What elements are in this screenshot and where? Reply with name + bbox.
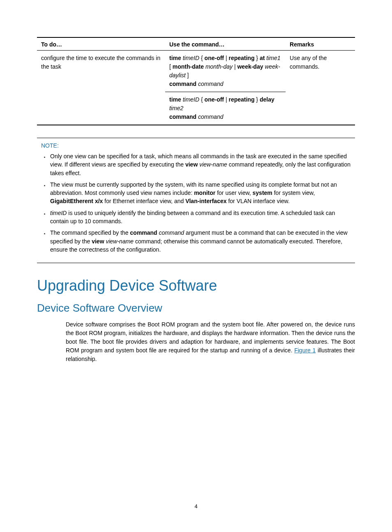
- todo-cell: configure the time to execute the comman…: [37, 51, 165, 125]
- remarks-cell: Use any of the commands.: [286, 51, 355, 125]
- note-item: The view must be currently supported by …: [49, 180, 355, 206]
- heading-upgrading: Upgrading Device Software: [37, 277, 355, 294]
- cmd-cell-1: time timeID { one-off | repeating } at t…: [165, 51, 286, 92]
- page-number: 4: [37, 503, 355, 509]
- col-todo: To do…: [37, 37, 165, 51]
- overview-paragraph: Device software comprises the Boot ROM p…: [37, 320, 355, 363]
- note-label: NOTE:: [37, 142, 355, 149]
- col-remarks: Remarks: [286, 37, 355, 51]
- figure-1-link[interactable]: Figure 1: [294, 347, 316, 354]
- command-table: To do… Use the command… Remarks configur…: [37, 37, 355, 125]
- col-cmd: Use the command…: [165, 37, 286, 51]
- note-list: Only one view can be specified for a tas…: [37, 152, 355, 254]
- heading-overview: Device Software Overview: [37, 302, 355, 315]
- note-box: NOTE: Only one view can be specified for…: [37, 138, 355, 263]
- table-row: configure the time to execute the comman…: [37, 51, 355, 92]
- note-item: timeID is used to uniquely identify the …: [49, 209, 355, 226]
- note-item: Only one view can be specified for a tas…: [49, 152, 355, 177]
- note-item: The command specified by the command com…: [49, 229, 355, 254]
- cmd-cell-2: time timeID { one-off | repeating } dela…: [165, 92, 286, 125]
